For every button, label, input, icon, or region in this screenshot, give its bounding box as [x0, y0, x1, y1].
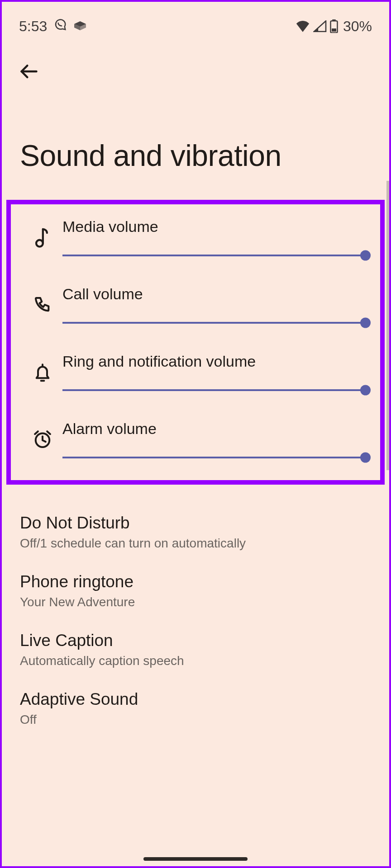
media-volume-label: Media volume [62, 218, 366, 236]
alarm-icon [23, 429, 62, 449]
item-title: Do Not Disturb [20, 514, 371, 533]
battery-text: 30% [343, 18, 372, 35]
item-subtitle: Off/1 schedule can turn on automatically [20, 536, 371, 551]
back-button[interactable] [16, 59, 42, 84]
media-volume-slider[interactable] [62, 255, 366, 256]
settings-list: Do Not Disturb Off/1 schedule can turn o… [2, 485, 389, 738]
alarm-volume-row[interactable]: Alarm volume [23, 407, 368, 467]
wifi-icon [295, 20, 310, 32]
phone-ringtone-item[interactable]: Phone ringtone Your New Adventure [20, 561, 371, 620]
ring-volume-label: Ring and notification volume [62, 353, 366, 370]
slider-thumb[interactable] [360, 453, 371, 463]
call-volume-label: Call volume [62, 285, 366, 303]
volume-sliders-highlight: Media volume Call volume [6, 200, 385, 485]
svg-line-11 [35, 431, 38, 434]
alarm-volume-slider[interactable] [62, 457, 366, 458]
navigation-handle[interactable] [143, 857, 248, 861]
svg-line-10 [43, 440, 46, 441]
do-not-disturb-item[interactable]: Do Not Disturb Off/1 schedule can turn o… [20, 503, 371, 561]
phone-icon [23, 296, 62, 314]
app-bar [2, 38, 389, 84]
status-left: 5:53 [19, 18, 87, 35]
slider-thumb[interactable] [360, 385, 371, 396]
svg-point-4 [36, 240, 43, 246]
slider-thumb[interactable] [360, 250, 371, 261]
status-time: 5:53 [19, 18, 47, 35]
call-volume-row[interactable]: Call volume [23, 273, 368, 340]
music-note-icon [23, 227, 62, 248]
status-bar: 5:53 [2, 2, 389, 38]
package-icon [73, 18, 87, 35]
slider-thumb[interactable] [360, 318, 371, 328]
call-volume-slider[interactable] [62, 322, 366, 324]
ring-volume-row[interactable]: Ring and notification volume [23, 340, 368, 407]
svg-rect-2 [332, 28, 336, 32]
scroll-indicator [386, 181, 389, 470]
bell-icon [23, 362, 62, 382]
item-subtitle: Your New Adventure [20, 595, 371, 609]
item-subtitle: Off [20, 712, 371, 727]
whatsapp-icon [53, 18, 67, 35]
ring-volume-slider[interactable] [62, 389, 366, 391]
adaptive-sound-item[interactable]: Adaptive Sound Off [20, 679, 371, 738]
media-volume-row[interactable]: Media volume [23, 215, 368, 273]
arrow-back-icon [19, 61, 39, 81]
item-title: Phone ringtone [20, 572, 371, 591]
live-caption-item[interactable]: Live Caption Automatically caption speec… [20, 620, 371, 679]
alarm-volume-label: Alarm volume [62, 420, 366, 438]
item-subtitle: Automatically caption speech [20, 654, 371, 668]
item-title: Adaptive Sound [20, 690, 371, 709]
battery-icon [329, 19, 339, 33]
page-title: Sound and vibration [2, 84, 389, 200]
item-title: Live Caption [20, 631, 371, 650]
svg-line-12 [47, 431, 50, 434]
status-right: 30% [295, 18, 372, 35]
signal-icon [313, 20, 327, 32]
